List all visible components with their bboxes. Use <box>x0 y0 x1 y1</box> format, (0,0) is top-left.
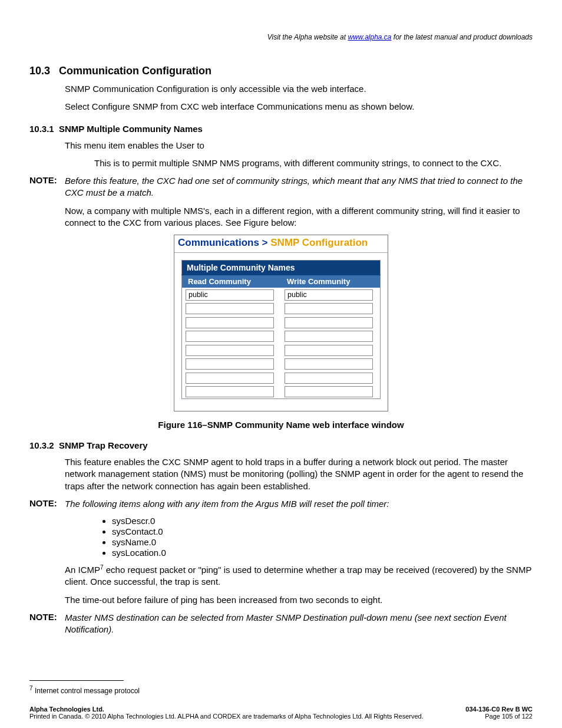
section-10-3-2-title: SNMP Trap Recovery <box>59 440 148 450</box>
write-community-input[interactable] <box>285 289 373 301</box>
list-item: sysDescr.0 <box>112 516 533 526</box>
table-row <box>182 330 381 344</box>
write-community-input[interactable] <box>285 373 373 384</box>
footer-left: Alpha Technologies Ltd. Printed in Canad… <box>29 706 424 720</box>
footer-right-line2: Page 105 of 122 <box>485 713 533 720</box>
mib-bullet-list: sysDescr.0sysContact.0sysName.0sysLocati… <box>112 516 533 558</box>
community-table: Multiple Community Names Read Community … <box>181 260 381 399</box>
footnote-7: 7 Internet control message protocol <box>29 685 140 695</box>
read-community-input[interactable] <box>186 386 274 397</box>
sec1031-p3: Now, a company with multiple NMS's, each… <box>65 205 533 229</box>
list-item: sysContact.0 <box>112 526 533 536</box>
section-10-3-title: Communication Configuration <box>59 65 211 77</box>
section-10-3-num: 10.3 <box>29 65 59 77</box>
list-item: sysLocation.0 <box>112 548 533 558</box>
write-community-input[interactable] <box>285 386 373 397</box>
read-community-input[interactable] <box>186 358 274 370</box>
section-10-3-1-title: SNMP Multiple Community Names <box>59 124 203 134</box>
read-community-input[interactable] <box>186 345 274 356</box>
write-community-input[interactable] <box>285 358 373 370</box>
sec1032-note1-text: The following items along with any item … <box>65 498 533 510</box>
breadcrumb-current: SNMP Configuration <box>270 237 368 248</box>
col-read-community: Read Community <box>182 275 282 288</box>
section-10-3-2-num: 10.3.2 <box>29 440 59 450</box>
note-label: NOTE: <box>29 612 65 636</box>
sec1032-p3: The time-out before failure of ping has … <box>65 594 533 606</box>
sec103-p2: Select Configure SNMP from CXC web inter… <box>65 101 533 113</box>
read-community-input[interactable] <box>186 303 274 314</box>
table-row <box>182 288 381 302</box>
section-10-3-1-heading: 10.3.1SNMP Multiple Community Names <box>29 124 533 134</box>
write-community-input[interactable] <box>285 331 373 342</box>
list-item: sysName.0 <box>112 537 533 547</box>
page-header: Visit the Alpha website at www.alpha.ca … <box>29 33 533 41</box>
sec1031-note: NOTE: Before this feature, the CXC had o… <box>29 175 533 199</box>
table-row <box>182 357 381 371</box>
page-footer: Alpha Technologies Ltd. Printed in Canad… <box>29 706 533 720</box>
header-prefix: Visit the Alpha website at <box>267 33 348 41</box>
section-10-3-2-heading: 10.3.2SNMP Trap Recovery <box>29 440 533 450</box>
table-row <box>182 343 381 357</box>
figure-116-caption: Figure 116–SNMP Community Name web inter… <box>29 420 533 430</box>
note-label: NOTE: <box>29 498 65 510</box>
read-community-input[interactable] <box>186 331 274 342</box>
read-community-input[interactable] <box>186 289 274 301</box>
section-10-3-heading: 10.3Communication Configuration <box>29 65 533 77</box>
write-community-input[interactable] <box>285 317 373 328</box>
snmp-config-panel: Communications > SNMP Configuration Mult… <box>174 235 388 411</box>
table-row <box>182 371 381 385</box>
note-label: NOTE: <box>29 175 65 199</box>
header-suffix: for the latest manual and product downlo… <box>392 33 533 41</box>
panel-body: Multiple Community Names Read Community … <box>174 253 388 411</box>
sec1031-p2: This is to permit multiple SNMP NMS prog… <box>94 157 533 169</box>
table-row <box>182 385 381 399</box>
col-write-community: Write Community <box>281 275 381 288</box>
section-10-3-1-num: 10.3.1 <box>29 124 59 134</box>
page: Visit the Alpha website at www.alpha.ca … <box>0 0 562 635</box>
sec1032-note2: NOTE: Master NMS destination can be sele… <box>29 612 533 636</box>
sec1032-note1: NOTE: The following items along with any… <box>29 498 533 510</box>
breadcrumb-root: Communications > <box>178 237 270 248</box>
footer-right: 034-136-C0 Rev B WC Page 105 of 122 <box>465 706 533 720</box>
sec1031-p1: This menu item enables the User to <box>65 140 533 151</box>
sec1032-p2a: An ICMP <box>65 565 100 575</box>
table-group-header: Multiple Community Names <box>182 261 381 275</box>
table-row <box>182 315 381 330</box>
sec1032-p1: This feature enables the CXC SNMP agent … <box>65 456 533 492</box>
footer-left-line2: Printed in Canada. © 2010 Alpha Technolo… <box>29 713 424 720</box>
read-community-input[interactable] <box>186 317 274 328</box>
sec1032-p2b: echo request packet or "ping" is used to… <box>65 565 531 587</box>
sec103-p1: SNMP Communication Configuration is only… <box>65 83 533 95</box>
footnote-rule <box>29 680 124 681</box>
footnote-7-text: Internet control message protocol <box>33 687 140 695</box>
write-community-input[interactable] <box>285 345 373 356</box>
sec1032-p2: An ICMP7 echo request packet or "ping" i… <box>65 564 533 588</box>
footer-right-bold: 034-136-C0 Rev B WC <box>465 706 533 713</box>
header-link[interactable]: www.alpha.ca <box>348 33 391 41</box>
read-community-input[interactable] <box>186 373 274 384</box>
breadcrumb: Communications > SNMP Configuration <box>174 235 388 253</box>
table-row <box>182 302 381 316</box>
footer-left-bold: Alpha Technologies Ltd. <box>29 706 104 713</box>
sec1031-note-text: Before this feature, the CXC had one set… <box>65 175 533 199</box>
write-community-input[interactable] <box>285 303 373 314</box>
sec1032-note2-text: Master NMS destination can be selected f… <box>65 612 533 636</box>
